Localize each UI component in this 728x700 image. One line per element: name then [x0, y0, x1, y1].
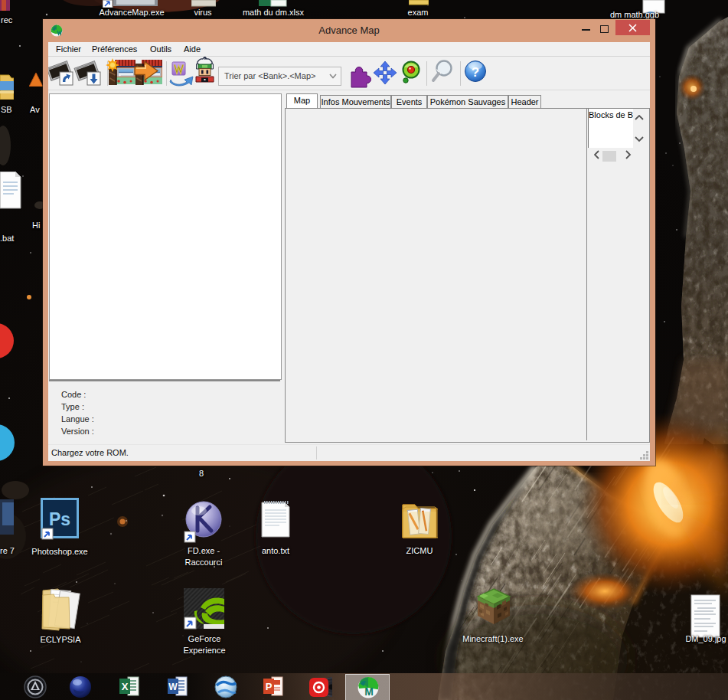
svg-text:X: X: [122, 681, 129, 692]
svg-text:W: W: [168, 682, 178, 692]
svg-text:P: P: [266, 681, 273, 692]
svg-text:Ps: Ps: [49, 509, 70, 529]
svg-text:?: ?: [472, 65, 479, 80]
svg-text:M: M: [364, 685, 374, 698]
